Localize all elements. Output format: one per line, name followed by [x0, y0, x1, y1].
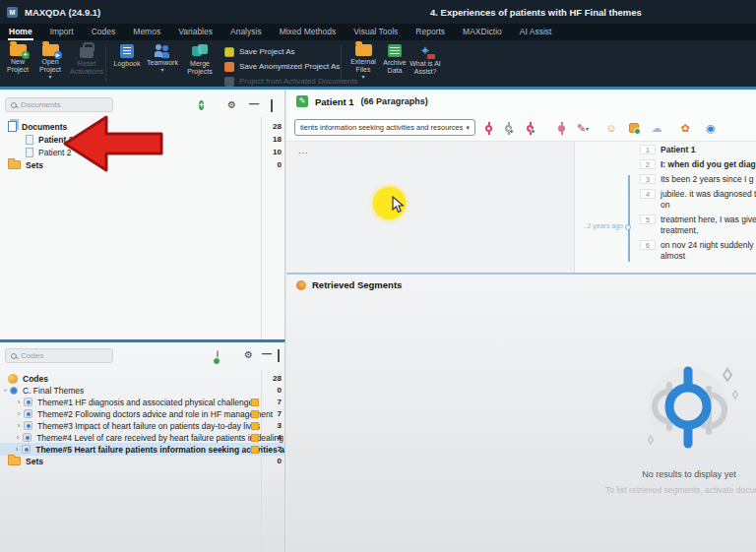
- chevron-collapsed-icon[interactable]: ›: [14, 409, 24, 418]
- coded-segment-label[interactable]: ..2 years ago: [568, 222, 623, 229]
- tree-row-document-sets[interactable]: Sets 0: [0, 158, 284, 171]
- tab-import[interactable]: Import: [41, 24, 83, 40]
- external-files-button[interactable]: External Files ▾: [346, 43, 381, 85]
- paragraph-text: Patient 1: [661, 145, 756, 155]
- project-title: 4. Experiences of patients with HF Final…: [430, 7, 642, 18]
- tree-row-documents-root[interactable]: Documents 28: [0, 120, 284, 133]
- ai-assist-icon: ✦: [417, 44, 433, 58]
- creative-coding-icon[interactable]: ☁: [650, 121, 663, 135]
- tab-variables[interactable]: Variables: [169, 24, 221, 40]
- merge-projects-button[interactable]: Merge Projects: [182, 43, 218, 85]
- coded-count: 0: [262, 457, 282, 465]
- code-icon: [24, 398, 32, 406]
- documents-search[interactable]: [5, 97, 113, 112]
- document-line: 3 Its been 2 years since I g: [640, 174, 756, 185]
- coded-count: 0: [262, 160, 282, 169]
- autocode-icon[interactable]: [554, 121, 568, 135]
- gear-icon[interactable]: ⚙: [244, 350, 253, 360]
- tab-analysis[interactable]: Analysis: [221, 24, 271, 40]
- coding-stripe[interactable]: [628, 175, 630, 262]
- codes-icon: [8, 374, 18, 384]
- undock-icon[interactable]: [278, 351, 280, 361]
- tab-maxdictio[interactable]: MAXDictio: [454, 24, 511, 40]
- coded-count: 28: [262, 122, 282, 131]
- tab-home[interactable]: Home: [0, 24, 41, 40]
- tab-memos[interactable]: Memos: [124, 24, 169, 40]
- new-project-button[interactable]: + New Project: [0, 43, 35, 85]
- logbook-button[interactable]: Logbook: [109, 43, 145, 85]
- quick-code-dropdown[interactable]: tients information seeking activities an…: [294, 119, 475, 136]
- codes-search[interactable]: [5, 348, 113, 363]
- ribbon-label: Open Project: [32, 58, 68, 74]
- tab-visual-tools[interactable]: Visual Tools: [345, 24, 407, 40]
- minimize-icon[interactable]: —: [249, 99, 259, 109]
- tree-row-code-sets[interactable]: Sets 0: [0, 455, 284, 467]
- memo-icon[interactable]: [251, 399, 259, 406]
- minimize-icon[interactable]: —: [262, 349, 272, 359]
- ai-coding-icon[interactable]: ◉: [704, 121, 718, 135]
- paragraph-number: 1: [640, 145, 656, 154]
- ribbon-label: Merge Projects: [182, 60, 218, 76]
- coding-stripe-node[interactable]: [625, 224, 631, 230]
- new-code-icon[interactable]: [217, 352, 219, 362]
- gear-icon[interactable]: ⚙: [227, 100, 236, 110]
- merge-projects-icon: [192, 44, 208, 58]
- tab-ai-assist[interactable]: AI Assist: [511, 24, 561, 40]
- chevron-down-icon: ▾: [466, 124, 470, 132]
- codes-search-input[interactable]: [21, 351, 99, 360]
- save-project-as-button[interactable]: Save Project As: [224, 44, 358, 59]
- chevron-expanded-icon[interactable]: ›: [1, 386, 10, 396]
- ribbon-label: External Files: [346, 58, 381, 74]
- memo-icon[interactable]: [251, 422, 259, 430]
- empty-state-illustration: [633, 355, 743, 465]
- documents-search-input[interactable]: [21, 100, 99, 109]
- coded-count: 28: [262, 374, 282, 383]
- teamwork-button[interactable]: Teamwork ▾: [145, 43, 180, 85]
- tree-row-patient-1[interactable]: Patient 1 18: [0, 133, 284, 146]
- document-line: 4 jubilee. it was diagnosed t on: [640, 189, 756, 211]
- title-bar: M MAXQDA (24.9.1) 4. Experiences of pati…: [0, 0, 756, 24]
- tab-reports[interactable]: Reports: [407, 24, 454, 40]
- emoticode-icon[interactable]: ☺: [604, 121, 618, 135]
- document-text-area[interactable]: ... ..2 years ago 1 Patient 1 2 I: when …: [286, 141, 756, 273]
- chevron-collapsed-icon[interactable]: ›: [12, 445, 22, 454]
- ribbon-label: New Project: [0, 58, 35, 74]
- undock-icon[interactable]: [271, 101, 273, 111]
- ribbon-label: Reset Activations: [69, 60, 104, 76]
- code-icon: [24, 409, 32, 418]
- coded-count: 4: [262, 433, 282, 442]
- ribbon-separator: [341, 45, 342, 82]
- paragraph-text: I: when did you get diag: [661, 159, 756, 170]
- code-with-new-icon[interactable]: [501, 121, 515, 135]
- external-files-icon: [355, 44, 372, 56]
- add-document-icon[interactable]: +: [199, 100, 204, 111]
- chevron-collapsed-icon[interactable]: ›: [14, 398, 24, 406]
- document-icon: [26, 135, 33, 145]
- smart-coding-icon[interactable]: ✿: [678, 121, 692, 135]
- what-is-ai-assist-button[interactable]: ✦ What is AI Assist?: [408, 43, 443, 85]
- tree-row-patient-2[interactable]: Patient 2 10: [0, 146, 284, 158]
- tab-mixed-methods[interactable]: Mixed Methods: [271, 24, 346, 40]
- chevron-down-icon: ▾: [361, 73, 364, 80]
- code-system-panel: ⚙ — Codes 28 › C. Final Themes 0 › Theme…: [0, 339, 285, 552]
- coded-count: 7: [262, 445, 282, 454]
- chevron-collapsed-icon[interactable]: ›: [13, 433, 23, 442]
- document-system-panel: + ⚙ — Documents 28 Patient 1 18 Patient …: [0, 90, 285, 339]
- open-project-button[interactable]: ▸ Open Project ▾: [32, 43, 68, 85]
- reset-activations-icon: [80, 47, 94, 58]
- memo-icon[interactable]: [251, 446, 259, 454]
- chevron-collapsed-icon[interactable]: ›: [14, 421, 24, 430]
- tab-codes[interactable]: Codes: [83, 24, 125, 40]
- empty-state-subtitle: To list retrieved segments, activate doc…: [605, 485, 756, 495]
- code-in-vivo-icon[interactable]: [523, 121, 536, 135]
- code-icon: [23, 433, 32, 442]
- highlighter-icon[interactable]: ✎▾: [576, 121, 590, 135]
- memo-icon[interactable]: [251, 410, 259, 418]
- documents-icon: [8, 121, 17, 132]
- quick-code-value: tients information seeking activities an…: [300, 123, 463, 132]
- paragraph-text: treatment here, I was give treatment,: [661, 215, 756, 236]
- memo-icon[interactable]: [251, 434, 259, 442]
- save-anonymized-project-as-button[interactable]: Save Anonymized Project As: [224, 59, 358, 74]
- code-favorites-icon[interactable]: [627, 121, 641, 135]
- code-icon[interactable]: [481, 121, 495, 135]
